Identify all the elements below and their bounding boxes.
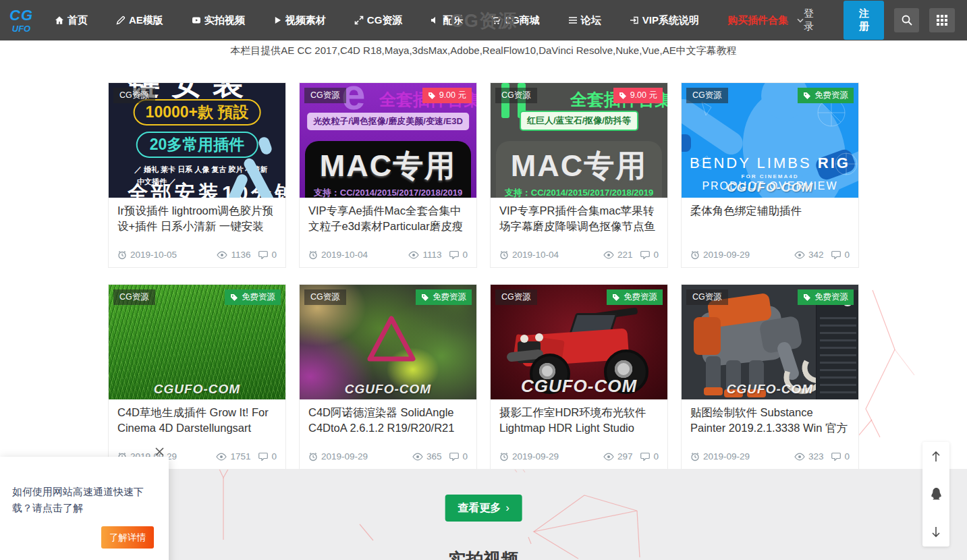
qq-contact-button[interactable] [930,487,943,501]
resource-card[interactable]: CGUFO-COM CG资源 免费资源 摄影工作室HDR环境布光软件 Light… [490,284,668,470]
card-date-value: 2019-09-29 [703,250,750,260]
nav-item-cg-resources[interactable]: CG资源 [354,14,403,27]
free-badge-label: 免费资源 [814,291,848,303]
card-body: 贴图绘制软件 Substance Painter 2019.2.1.3338 W… [682,399,858,469]
logo-line2: UFO [9,24,33,33]
resource-card[interactable]: 全套插件合集 红巨人/蓝宝石/抠像/防抖等 MAC专用 支持：CC/2014/2… [490,82,668,268]
card-title[interactable]: Ir预设插件 lightroom调色胶片预设+插件 日系小清新 一键安装 [117,203,277,234]
category-badge[interactable]: CG资源 [113,289,155,305]
site-logo[interactable]: CG UFO [9,8,33,33]
nav-item-cg-shop[interactable]: CG商城 [491,14,540,27]
resource-card[interactable]: M CGUFO-COM CG资源 免费资源 贴图绘制软件 Substance P… [681,284,859,470]
card-thumbnail[interactable]: 全套插件合集 红巨人/蓝宝石/抠像/防抖等 MAC专用 支持：CC/2014/2… [491,83,667,198]
watermark: CGUFO-COM [682,382,858,397]
chevron-down-icon [797,18,804,23]
apps-grid-button[interactable] [929,8,955,32]
thumbnail-art-shape [520,335,528,343]
nav-item-music[interactable]: 配乐 [431,14,463,27]
card-title[interactable]: 摄影工作室HDR环境布光软件 Lightmap HDR Light Studio [499,405,659,436]
register-button[interactable]: 注册 [844,1,883,40]
card-thumbnail[interactable]: CGUFO-COM CG资源 免费资源 [109,285,285,399]
card-date-value: 2019-09-29 [512,451,559,461]
resource-card[interactable]: 键安装 10000+款 預設 20多常用插件 ／ 婚礼 莱卡 日系 人像 复古 … [108,82,286,268]
card-comments-value: 0 [462,451,468,461]
card-views-value: 323 [808,451,824,461]
card-comments: 0 [258,451,277,461]
card-date: 2019-09-29 [308,451,368,461]
free-badge-label: 免费资源 [814,90,848,101]
nav-item-buy-plugin-bundle[interactable]: 购买插件合集 [727,14,804,27]
thumbnail-art-text: RIG [818,155,850,171]
free-badge: 免费资源 [798,88,854,103]
card-comments-value: 0 [271,451,277,461]
price-badge: 9.00 元 [422,88,472,103]
category-badge[interactable]: CG资源 [686,88,728,103]
home-icon [55,16,64,25]
resource-card[interactable]: CGUFO-COM CG资源 免费资源 C4D阿诺德渲染器 SolidAngle… [299,284,477,470]
category-badge[interactable]: CG资源 [304,88,346,103]
resource-card[interactable]: CGUFO-COM CG资源 免费资源 C4D草地生成插件 Grow It! F… [108,284,286,470]
clock-icon [690,250,700,260]
card-thumbnail[interactable]: CGUFO-COM CG资源 免费资源 [300,285,476,399]
card-views: 221 [603,250,633,260]
price-badge-label: 9.00 元 [439,90,466,101]
nav-item-vip-info[interactable]: VIP系统说明 [630,14,699,27]
category-badge[interactable]: CG资源 [304,289,346,305]
card-views-value: 1136 [231,250,250,260]
card-title[interactable]: C4D草地生成插件 Grow It! For Cinema 4D Darstel… [117,405,277,436]
card-title[interactable]: VIP专享PR插件合集mac苹果转场字幕磨皮降噪调色抠像节点鱼眼 [499,203,659,235]
close-icon[interactable] [152,444,167,459]
card-stats: 323 0 [794,451,850,461]
card-meta: 2019-09-29 342 0 [690,250,850,260]
card-thumbnail[interactable]: 键安装 10000+款 預設 20多常用插件 ／ 婚礼 莱卡 日系 人像 复古 … [109,83,285,198]
comments-icon [640,250,650,259]
card-thumbnail[interactable]: e 全套插件合集 光效粒子/调色抠像/磨皮美颜/变速/E3D MAC专用 支持：… [300,83,476,198]
tag-icon [803,293,811,302]
card-comments-value: 0 [271,250,277,260]
card-body: Ir预设插件 lightroom调色胶片预设+插件 日系小清新 一键安装 201… [109,198,285,267]
card-thumbnail[interactable]: CGUFO-COM CG资源 免费资源 [491,285,667,399]
clock-icon [308,452,318,461]
free-badge: 免费资源 [225,289,281,305]
card-title[interactable]: C4D阿诺德渲染器 SolidAngle C4DtoA 2.6.1.2 R19/… [308,405,468,437]
thumbnail-art-text: BENDY LIMBS RIG [682,155,858,172]
category-badge[interactable]: CG资源 [495,88,537,103]
resource-card[interactable]: e 全套插件合集 光效粒子/调色抠像/磨皮美颜/变速/E3D MAC专用 支持：… [299,82,477,268]
scroll-up-button[interactable] [931,451,941,463]
see-more-button[interactable]: 查看更多 › [445,495,522,522]
card-thumbnail[interactable]: BENDY LIMBS RIG FOR CINEMA4D PRODUCT OVE… [682,83,858,198]
price-badge: 9.00 元 [613,88,663,103]
nav-item-label: 视频素材 [285,14,326,27]
search-button[interactable] [894,8,920,32]
card-stats: 1136 0 [217,250,277,260]
nav-item-label: CG资源 [367,14,403,27]
nav-item-live-footage[interactable]: 实拍视频 [192,14,245,27]
tag-icon [428,92,436,100]
views-icon [603,453,614,461]
page: CG资源 CG UFO 首页 AE模版 实拍视频 视频素材 [0,0,967,560]
thumbnail-art-text: 红巨人/蓝宝石/抠像/防抖等 [520,111,638,131]
nav-item-home[interactable]: 首页 [55,14,88,27]
free-badge: 免费资源 [798,289,854,305]
scroll-down-button[interactable] [931,526,941,538]
card-thumbnail[interactable]: M CGUFO-COM CG资源 免费资源 [682,285,858,399]
category-badge[interactable]: CG资源 [495,289,537,305]
category-badge[interactable]: CG资源 [686,289,728,305]
nav-item-video-assets[interactable]: 视频素材 [273,14,326,27]
learn-more-button[interactable]: 了解详情 [101,526,154,549]
login-link[interactable]: 登录 [804,7,822,33]
nav-item-forum[interactable]: 论坛 [568,14,601,27]
card-comments: 0 [449,451,468,461]
thumbnail-art-text: 20多常用插件 [136,132,258,158]
forum-lines-icon [568,16,578,25]
card-comments-value: 0 [653,451,659,461]
category-badge[interactable]: CG资源 [113,88,155,103]
nav-item-ae-templates[interactable]: AE模版 [116,14,163,27]
resource-card[interactable]: BENDY LIMBS RIG FOR CINEMA4D PRODUCT OVE… [681,82,859,268]
card-views: 365 [412,451,442,461]
card-title[interactable]: 贴图绘制软件 Substance Painter 2019.2.1.3338 W… [690,405,850,437]
card-title[interactable]: VIP专享Ae插件Mac全套合集中文粒子e3d素材Particular磨皮瘦脸降 [308,203,468,235]
card-views-value: 221 [617,250,633,260]
card-title[interactable]: 柔体角色绑定辅助插件 [690,203,850,219]
card-date: 2019-10-04 [308,250,368,260]
